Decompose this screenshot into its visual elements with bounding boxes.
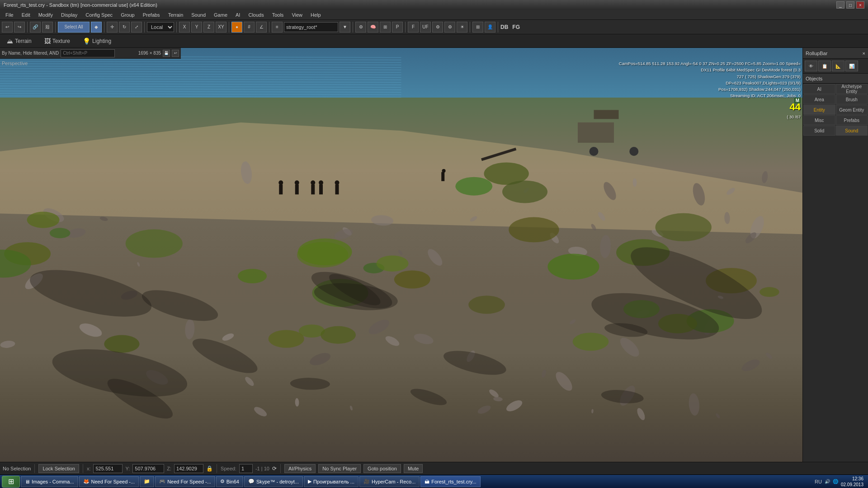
lighting-tab[interactable]: 💡 Lighting (78, 36, 116, 46)
menu-tools[interactable]: Tools (269, 11, 288, 19)
y-axis-button[interactable]: Y (191, 22, 202, 33)
tb-sep-11 (498, 22, 498, 33)
menu-help[interactable]: Help (307, 11, 325, 19)
start-button[interactable]: ⊞ (2, 476, 20, 488)
mute-button[interactable]: Mute (404, 464, 423, 473)
obj-ai-btn[interactable]: AI (803, 84, 835, 94)
menu-prefabs[interactable]: Prefabs (139, 11, 164, 19)
xy-axis-button[interactable]: XY (216, 22, 226, 33)
settings2-button[interactable]: ⚙ (444, 22, 455, 33)
obj-entity-btn[interactable]: Entity (803, 105, 835, 115)
obj-sound-btn[interactable]: Sound (836, 126, 868, 136)
texture-tab[interactable]: 🖼 Texture (39, 36, 75, 46)
lock-selection-button[interactable]: Lock Selection (38, 464, 79, 473)
gizmo-button[interactable]: ● (231, 22, 242, 33)
snap-angle-button[interactable]: ∠ (256, 22, 267, 33)
maximize-button[interactable]: □ (846, 1, 854, 9)
taskbar-bin64[interactable]: ⚙ Bin64 (216, 476, 243, 487)
taskbar-needforspeed[interactable]: 🎮 Need For Speed -... (155, 476, 215, 487)
move-button[interactable]: ✛ (107, 22, 118, 33)
no-sync-player-button[interactable]: No Sync Player (318, 464, 361, 473)
align-button[interactable]: ≡ (272, 22, 283, 33)
taskbar-firefox[interactable]: 🦊 Need For Speed -... (79, 476, 139, 487)
rollup-bar-icon[interactable]: × (863, 51, 865, 56)
obj-solid-btn[interactable]: Solid (803, 126, 835, 136)
taskbar-hypercam[interactable]: 🎥 HyperCam - Reco... (359, 476, 420, 487)
select-mode-button[interactable]: ◆ (91, 22, 102, 33)
layer-btn[interactable]: ▼ (340, 22, 350, 33)
menu-modify[interactable]: Modify (35, 11, 57, 19)
viewport[interactable]: By Name, Hide filtered, AND 1696 × 835 💾… (0, 48, 802, 462)
viewport-layout-button[interactable]: ⊞ (380, 22, 391, 33)
filter-input[interactable] (61, 49, 115, 57)
scale-button[interactable]: ⤢ (131, 22, 142, 33)
prefab-button[interactable]: P (392, 22, 403, 33)
menu-game[interactable]: Game (210, 11, 231, 19)
obj-misc-btn[interactable]: Misc (803, 115, 835, 125)
f-button[interactable]: F (408, 22, 419, 33)
extra2-button[interactable]: 👤 (485, 22, 495, 33)
resolution-save-btn[interactable]: 💾 (163, 50, 170, 57)
speed-input[interactable] (239, 464, 253, 473)
terrain-tab[interactable]: ⛰ Terrain (2, 36, 37, 46)
link-button[interactable]: 🔗 (30, 22, 41, 33)
z-axis-button[interactable]: Z (203, 22, 214, 33)
menu-terrain[interactable]: Terrain (165, 11, 187, 19)
rotate-button[interactable]: ↻ (119, 22, 130, 33)
taskbar-skype[interactable]: 💬 Skype™ - detroyt... (244, 476, 303, 487)
panel-layers-btn[interactable]: 📋 (818, 61, 831, 71)
y-input[interactable] (132, 464, 164, 473)
hud-line6: Streaming ID: ACT 206msec; Jobs: 0 (619, 93, 801, 99)
sun-button[interactable]: ☀ (457, 22, 467, 33)
menu-edit[interactable]: Edit (18, 11, 34, 19)
explorer-icon: 📁 (144, 479, 150, 484)
physics-button[interactable]: ⚙ (355, 22, 366, 33)
menu-sound[interactable]: Sound (188, 11, 209, 19)
minimize-button[interactable]: _ (836, 1, 844, 9)
menu-view[interactable]: View (288, 11, 306, 19)
sandbox-icon: 🏔 (425, 479, 429, 484)
x-axis-button[interactable]: X (179, 22, 190, 33)
menu-file[interactable]: File (2, 11, 17, 19)
taskbar-media[interactable]: ▶ Проигрыватель ... (304, 476, 359, 487)
layer-input[interactable]: strategy_root* (284, 22, 338, 32)
resolution-restore-btn[interactable]: ↩ (172, 50, 179, 57)
obj-prefabs-btn[interactable]: Prefabs (836, 115, 868, 125)
terrain-tab-label: Terrain (15, 38, 32, 44)
firefox-label: Need For Speed -... (91, 479, 135, 484)
volume-icon[interactable]: 🔊 (825, 479, 830, 484)
settings-button[interactable]: ⚙ (432, 22, 443, 33)
status-sep-3 (217, 464, 217, 473)
select-all-button[interactable]: Select All (58, 22, 90, 33)
grid-button[interactable]: # (244, 22, 255, 33)
uf-button[interactable]: UF (420, 22, 431, 33)
undo-button[interactable]: ↩ (2, 22, 13, 33)
lock-icon[interactable]: 🔒 (206, 465, 213, 472)
unlink-button[interactable]: ⛓ (42, 22, 53, 33)
menu-group[interactable]: Group (117, 11, 138, 19)
obj-area-btn[interactable]: Area (803, 94, 835, 104)
ai-physics-button[interactable]: AI/Physics (284, 464, 316, 473)
z-input[interactable] (174, 464, 203, 473)
menu-display[interactable]: Display (57, 11, 81, 19)
ai-nav-button[interactable]: 🧠 (368, 22, 378, 33)
extra1-button[interactable]: ⊞ (472, 22, 483, 33)
goto-position-button[interactable]: Goto position (363, 464, 401, 473)
skype-label: Skype™ - detroyt... (256, 479, 299, 484)
close-button[interactable]: × (856, 1, 864, 9)
taskbar-explorer[interactable]: 📁 (140, 476, 154, 487)
redo-button[interactable]: ↪ (14, 22, 25, 33)
taskbar-cmd[interactable]: 🖥 Images - Comma... (21, 476, 78, 487)
panel-display-btn[interactable]: 📊 (845, 61, 858, 71)
obj-brush-btn[interactable]: Brush (836, 94, 868, 104)
panel-terrain-btn[interactable]: 📐 (832, 61, 844, 71)
x-input[interactable] (93, 464, 123, 473)
taskbar-sandbox[interactable]: 🏔 Forest_rts_test.cry... (420, 476, 480, 487)
panel-objects-btn[interactable]: 👁 (805, 61, 817, 71)
menu-ai[interactable]: AI (232, 11, 244, 19)
obj-archetype-entity-btn[interactable]: Archetype Entity (836, 84, 868, 94)
menu-clouds[interactable]: Clouds (245, 11, 267, 19)
coord-system-select[interactable]: Local World (147, 22, 174, 32)
menu-configspec[interactable]: Config Spec (82, 11, 116, 19)
obj-geom-entity-btn[interactable]: Geom Entity (836, 105, 868, 115)
